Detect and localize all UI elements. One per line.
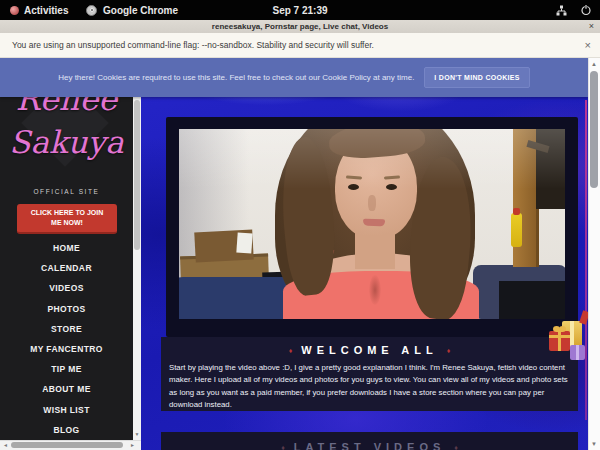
sidebar-item-tip-me[interactable]: TIP ME	[0, 359, 133, 379]
diamond-icon: ♦	[281, 444, 285, 450]
monitor-shape	[499, 281, 565, 319]
diamond-icon: ♦	[289, 347, 293, 354]
bottle-cap-shape	[513, 208, 520, 215]
cookie-banner: Hey there! Cookies are required to use t…	[0, 58, 588, 97]
sidebar-item-calendar[interactable]: CALENDAR	[0, 258, 133, 278]
sidebar-item-photos[interactable]: PHOTOS	[0, 299, 133, 319]
app-menu-button[interactable]: Google Chrome	[86, 0, 178, 20]
system-top-bar: Activities Google Chrome Sep 7 21:39	[0, 0, 600, 20]
sidebar-item-my-fancentro[interactable]: MY FANCENTRO	[0, 339, 133, 359]
browser-scroll-down-icon[interactable]: ▼	[588, 438, 600, 450]
app-menu-label: Google Chrome	[103, 5, 178, 16]
diamond-icon: ♦	[447, 347, 451, 354]
sidebar-item-wish-list[interactable]: WISH LIST	[0, 400, 133, 420]
video-still[interactable]	[179, 129, 565, 319]
screen: Activities Google Chrome Sep 7 21:39 ren…	[0, 0, 600, 450]
site-tagline: OFFICIAL SITE	[0, 188, 133, 195]
chrome-icon	[86, 5, 97, 16]
lips-shape	[363, 219, 385, 227]
sidebar: Renee Sakuya OFFICIAL SITE CLICK HERE TO…	[0, 58, 133, 440]
chrome-warning-bar: You are using an unsupported command-lin…	[0, 33, 600, 58]
distro-dot-icon	[10, 6, 19, 15]
sidebar-scroll-down-icon[interactable]: ▼	[133, 428, 141, 440]
welcome-heading: WELCOME ALL	[301, 344, 437, 356]
cookie-message: Hey there! Cookies are required to use t…	[58, 73, 414, 82]
shading-shape	[369, 275, 381, 305]
browser-scroll-thumb[interactable]	[590, 71, 598, 188]
sidebar-item-videos[interactable]: VIDEOS	[0, 278, 133, 298]
gift-ribbon-shape	[576, 345, 579, 360]
activities-button[interactable]: Activities	[10, 0, 68, 20]
sidebar-vertical-scroll-thumb[interactable]	[134, 100, 140, 250]
sidebar-scroll-right-icon[interactable]: ►	[128, 440, 137, 450]
clock-label: Sep 7 21:39	[272, 5, 327, 16]
gift-ribbon-shape	[558, 331, 561, 351]
page-right-border	[585, 100, 587, 420]
window-close-icon[interactable]: ×	[589, 20, 594, 33]
yellow-bottle-shape	[511, 213, 522, 247]
diamond-icon: ♦	[454, 444, 458, 450]
paper-shape	[236, 233, 252, 254]
system-tray[interactable]	[556, 0, 592, 20]
sidebar-horizontal-scroll-thumb[interactable]	[11, 442, 123, 448]
power-icon	[580, 4, 592, 16]
welcome-paragraph: Start by playing the video above :D, I g…	[169, 362, 571, 411]
sidebar-item-home[interactable]: HOME	[0, 238, 133, 258]
network-icon	[556, 5, 567, 16]
gifts-icon[interactable]	[549, 317, 588, 365]
latest-videos-heading: LATEST VIDEOS	[294, 441, 446, 450]
browser-scroll-up-icon[interactable]: ▲	[588, 58, 600, 70]
camera-glare-shape	[179, 129, 565, 189]
sidebar-item-blog[interactable]: BLOG	[0, 420, 133, 440]
warning-close-icon[interactable]: ×	[585, 33, 591, 58]
window-title-bar[interactable]: reneesakuya, Pornstar page, Live chat, V…	[0, 20, 600, 33]
sidebar-item-store[interactable]: STORE	[0, 319, 133, 339]
cookie-accept-button[interactable]: I DON'T MIND COOKIES	[424, 67, 529, 88]
join-button[interactable]: CLICK HERE TO JOIN ME NOW!	[17, 204, 117, 234]
site-logo-line2[interactable]: Sakuya	[0, 124, 133, 160]
gift-bow-shape	[559, 326, 566, 332]
latest-videos-heading-row: ♦ LATEST VIDEOS ♦	[161, 432, 578, 450]
warning-message: You are using an unsupported command-lin…	[12, 33, 374, 58]
window-title: reneesakuya, Pornstar page, Live chat, V…	[212, 22, 388, 31]
welcome-heading-row: ♦ WELCOME ALL ♦	[161, 337, 578, 356]
welcome-section: ♦ WELCOME ALL ♦ Start by playing the vid…	[161, 337, 578, 411]
sidebar-scroll-left-icon[interactable]: ◄	[1, 440, 10, 450]
sidebar-item-about-me[interactable]: ABOUT ME	[0, 379, 133, 399]
activities-label: Activities	[24, 5, 68, 16]
sidebar-menu: HOME CALENDAR VIDEOS PHOTOS STORE MY FAN…	[0, 238, 133, 440]
nose-shape	[368, 195, 376, 211]
latest-videos-section: ♦ LATEST VIDEOS ♦	[161, 432, 578, 450]
